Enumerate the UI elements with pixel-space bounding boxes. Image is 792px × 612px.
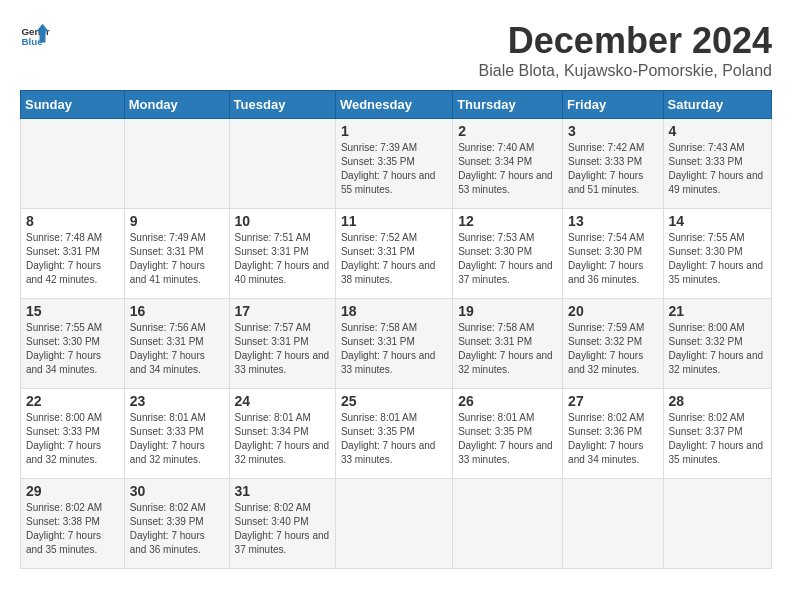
title-area: December 2024 Biale Blota, Kujawsko-Pomo… <box>479 20 772 80</box>
day-info: Sunrise: 7:48 AM Sunset: 3:31 PM Dayligh… <box>26 231 119 287</box>
calendar-cell <box>124 119 229 209</box>
day-number: 11 <box>341 213 447 229</box>
logo: General Blue <box>20 20 50 50</box>
day-info: Sunrise: 7:59 AM Sunset: 3:32 PM Dayligh… <box>568 321 657 377</box>
day-number: 10 <box>235 213 330 229</box>
day-info: Sunrise: 7:53 AM Sunset: 3:30 PM Dayligh… <box>458 231 557 287</box>
logo-icon: General Blue <box>20 20 50 50</box>
weekday-header-saturday: Saturday <box>663 91 771 119</box>
day-number: 4 <box>669 123 766 139</box>
calendar-cell <box>229 119 335 209</box>
day-info: Sunrise: 8:01 AM Sunset: 3:34 PM Dayligh… <box>235 411 330 467</box>
day-number: 2 <box>458 123 557 139</box>
header: General Blue December 2024 Biale Blota, … <box>20 20 772 80</box>
calendar-table: SundayMondayTuesdayWednesdayThursdayFrid… <box>20 90 772 569</box>
calendar-cell: 27 Sunrise: 8:02 AM Sunset: 3:36 PM Dayl… <box>563 389 663 479</box>
day-number: 19 <box>458 303 557 319</box>
calendar-week-row: 15 Sunrise: 7:55 AM Sunset: 3:30 PM Dayl… <box>21 299 772 389</box>
calendar-cell: 28 Sunrise: 8:02 AM Sunset: 3:37 PM Dayl… <box>663 389 771 479</box>
calendar-cell: 24 Sunrise: 8:01 AM Sunset: 3:34 PM Dayl… <box>229 389 335 479</box>
calendar-cell: 18 Sunrise: 7:58 AM Sunset: 3:31 PM Dayl… <box>335 299 452 389</box>
calendar-cell: 4 Sunrise: 7:43 AM Sunset: 3:33 PM Dayli… <box>663 119 771 209</box>
day-number: 14 <box>669 213 766 229</box>
day-info: Sunrise: 7:49 AM Sunset: 3:31 PM Dayligh… <box>130 231 224 287</box>
calendar-cell: 16 Sunrise: 7:56 AM Sunset: 3:31 PM Dayl… <box>124 299 229 389</box>
day-info: Sunrise: 8:01 AM Sunset: 3:35 PM Dayligh… <box>341 411 447 467</box>
day-info: Sunrise: 8:02 AM Sunset: 3:39 PM Dayligh… <box>130 501 224 557</box>
day-number: 17 <box>235 303 330 319</box>
day-number: 20 <box>568 303 657 319</box>
day-info: Sunrise: 7:55 AM Sunset: 3:30 PM Dayligh… <box>26 321 119 377</box>
calendar-week-row: 22 Sunrise: 8:00 AM Sunset: 3:33 PM Dayl… <box>21 389 772 479</box>
day-info: Sunrise: 7:40 AM Sunset: 3:34 PM Dayligh… <box>458 141 557 197</box>
day-info: Sunrise: 7:58 AM Sunset: 3:31 PM Dayligh… <box>458 321 557 377</box>
day-number: 26 <box>458 393 557 409</box>
day-info: Sunrise: 7:56 AM Sunset: 3:31 PM Dayligh… <box>130 321 224 377</box>
day-info: Sunrise: 7:54 AM Sunset: 3:30 PM Dayligh… <box>568 231 657 287</box>
calendar-cell <box>21 119 125 209</box>
location-title: Biale Blota, Kujawsko-Pomorskie, Poland <box>479 62 772 80</box>
day-number: 31 <box>235 483 330 499</box>
day-info: Sunrise: 7:55 AM Sunset: 3:30 PM Dayligh… <box>669 231 766 287</box>
month-title: December 2024 <box>479 20 772 62</box>
day-number: 28 <box>669 393 766 409</box>
calendar-cell: 26 Sunrise: 8:01 AM Sunset: 3:35 PM Dayl… <box>453 389 563 479</box>
calendar-cell: 20 Sunrise: 7:59 AM Sunset: 3:32 PM Dayl… <box>563 299 663 389</box>
calendar-cell: 11 Sunrise: 7:52 AM Sunset: 3:31 PM Dayl… <box>335 209 452 299</box>
day-info: Sunrise: 8:01 AM Sunset: 3:35 PM Dayligh… <box>458 411 557 467</box>
day-number: 8 <box>26 213 119 229</box>
calendar-week-row: 8 Sunrise: 7:48 AM Sunset: 3:31 PM Dayli… <box>21 209 772 299</box>
day-info: Sunrise: 8:00 AM Sunset: 3:33 PM Dayligh… <box>26 411 119 467</box>
day-info: Sunrise: 8:02 AM Sunset: 3:38 PM Dayligh… <box>26 501 119 557</box>
weekday-header-row: SundayMondayTuesdayWednesdayThursdayFrid… <box>21 91 772 119</box>
calendar-cell: 12 Sunrise: 7:53 AM Sunset: 3:30 PM Dayl… <box>453 209 563 299</box>
weekday-header-friday: Friday <box>563 91 663 119</box>
calendar-cell: 31 Sunrise: 8:02 AM Sunset: 3:40 PM Dayl… <box>229 479 335 569</box>
calendar-week-row: 1 Sunrise: 7:39 AM Sunset: 3:35 PM Dayli… <box>21 119 772 209</box>
day-info: Sunrise: 7:57 AM Sunset: 3:31 PM Dayligh… <box>235 321 330 377</box>
day-number: 23 <box>130 393 224 409</box>
day-number: 27 <box>568 393 657 409</box>
day-info: Sunrise: 8:00 AM Sunset: 3:32 PM Dayligh… <box>669 321 766 377</box>
calendar-cell: 3 Sunrise: 7:42 AM Sunset: 3:33 PM Dayli… <box>563 119 663 209</box>
calendar-cell: 23 Sunrise: 8:01 AM Sunset: 3:33 PM Dayl… <box>124 389 229 479</box>
weekday-header-thursday: Thursday <box>453 91 563 119</box>
calendar-cell <box>335 479 452 569</box>
calendar-cell: 13 Sunrise: 7:54 AM Sunset: 3:30 PM Dayl… <box>563 209 663 299</box>
calendar-cell <box>663 479 771 569</box>
day-info: Sunrise: 8:02 AM Sunset: 3:40 PM Dayligh… <box>235 501 330 557</box>
day-number: 21 <box>669 303 766 319</box>
day-number: 13 <box>568 213 657 229</box>
day-info: Sunrise: 8:02 AM Sunset: 3:37 PM Dayligh… <box>669 411 766 467</box>
weekday-header-monday: Monday <box>124 91 229 119</box>
day-info: Sunrise: 7:43 AM Sunset: 3:33 PM Dayligh… <box>669 141 766 197</box>
day-info: Sunrise: 7:58 AM Sunset: 3:31 PM Dayligh… <box>341 321 447 377</box>
day-number: 25 <box>341 393 447 409</box>
calendar-cell: 21 Sunrise: 8:00 AM Sunset: 3:32 PM Dayl… <box>663 299 771 389</box>
day-number: 22 <box>26 393 119 409</box>
weekday-header-sunday: Sunday <box>21 91 125 119</box>
day-number: 12 <box>458 213 557 229</box>
day-number: 24 <box>235 393 330 409</box>
calendar-cell <box>563 479 663 569</box>
calendar-cell: 10 Sunrise: 7:51 AM Sunset: 3:31 PM Dayl… <box>229 209 335 299</box>
day-number: 3 <box>568 123 657 139</box>
day-info: Sunrise: 7:42 AM Sunset: 3:33 PM Dayligh… <box>568 141 657 197</box>
calendar-week-row: 29 Sunrise: 8:02 AM Sunset: 3:38 PM Dayl… <box>21 479 772 569</box>
day-number: 18 <box>341 303 447 319</box>
calendar-cell: 29 Sunrise: 8:02 AM Sunset: 3:38 PM Dayl… <box>21 479 125 569</box>
weekday-header-wednesday: Wednesday <box>335 91 452 119</box>
calendar-cell: 2 Sunrise: 7:40 AM Sunset: 3:34 PM Dayli… <box>453 119 563 209</box>
calendar-cell: 19 Sunrise: 7:58 AM Sunset: 3:31 PM Dayl… <box>453 299 563 389</box>
calendar-cell: 25 Sunrise: 8:01 AM Sunset: 3:35 PM Dayl… <box>335 389 452 479</box>
calendar-cell: 1 Sunrise: 7:39 AM Sunset: 3:35 PM Dayli… <box>335 119 452 209</box>
calendar-cell: 15 Sunrise: 7:55 AM Sunset: 3:30 PM Dayl… <box>21 299 125 389</box>
calendar-cell <box>453 479 563 569</box>
calendar-cell: 9 Sunrise: 7:49 AM Sunset: 3:31 PM Dayli… <box>124 209 229 299</box>
calendar-cell: 22 Sunrise: 8:00 AM Sunset: 3:33 PM Dayl… <box>21 389 125 479</box>
calendar-cell: 8 Sunrise: 7:48 AM Sunset: 3:31 PM Dayli… <box>21 209 125 299</box>
day-number: 29 <box>26 483 119 499</box>
day-number: 30 <box>130 483 224 499</box>
day-info: Sunrise: 7:39 AM Sunset: 3:35 PM Dayligh… <box>341 141 447 197</box>
day-info: Sunrise: 7:52 AM Sunset: 3:31 PM Dayligh… <box>341 231 447 287</box>
